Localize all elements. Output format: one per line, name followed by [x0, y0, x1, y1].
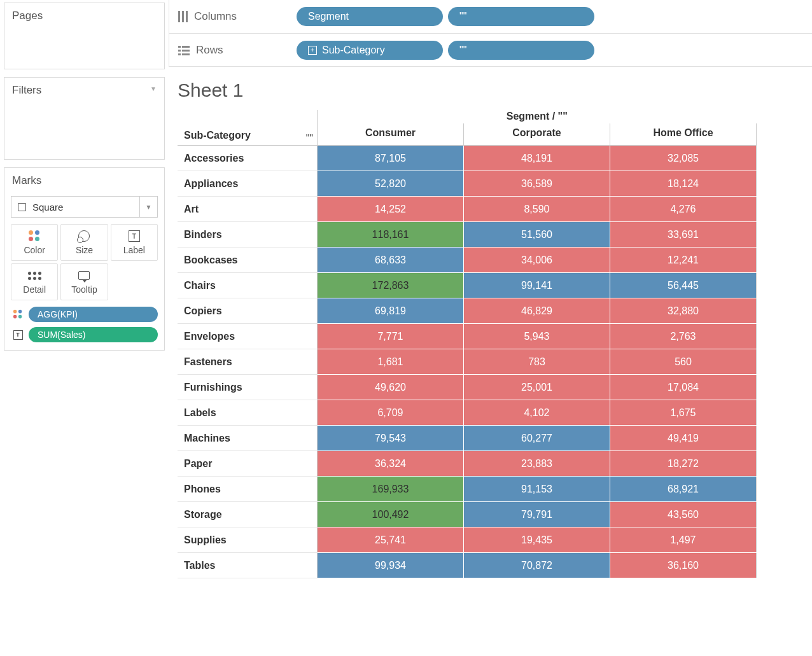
- columns-shelf[interactable]: Columns Segment "": [169, 0, 812, 33]
- data-cell[interactable]: 34,006: [464, 248, 610, 273]
- subcategory-pill[interactable]: +Sub-Category: [297, 41, 443, 60]
- col-header-corporate[interactable]: Corporate: [464, 123, 610, 146]
- data-cell[interactable]: 19,435: [464, 527, 610, 553]
- data-cell[interactable]: 14,252: [318, 197, 464, 222]
- data-cell[interactable]: 79,543: [318, 426, 464, 451]
- detail-card[interactable]: Detail: [11, 263, 58, 300]
- data-cell[interactable]: 51,560: [464, 222, 610, 248]
- data-cell[interactable]: 70,872: [464, 553, 610, 578]
- columns-blank-pill[interactable]: "": [448, 7, 594, 26]
- rows-label: Rows: [196, 44, 223, 57]
- row-header[interactable]: Bookcases: [178, 248, 318, 273]
- chevron-down-icon[interactable]: ▼: [139, 197, 157, 217]
- data-cell[interactable]: 7,771: [318, 324, 464, 349]
- color-pill-row: AGG(KPI): [4, 305, 164, 323]
- data-cell[interactable]: 1,497: [610, 527, 757, 553]
- data-cell[interactable]: 56,445: [610, 273, 757, 298]
- data-cell[interactable]: 49,419: [610, 426, 757, 451]
- color-card[interactable]: Color: [11, 224, 58, 261]
- rows-shelf[interactable]: Rows +Sub-Category "": [169, 33, 812, 66]
- data-cell[interactable]: 33,691: [610, 222, 757, 248]
- data-cell[interactable]: 36,324: [318, 451, 464, 477]
- data-cell[interactable]: 1,675: [610, 400, 757, 426]
- kpi-pill[interactable]: AGG(KPI): [29, 307, 158, 322]
- crosstab[interactable]: Segment / "" Sub-Category "" Consumer Co…: [178, 110, 757, 578]
- row-header[interactable]: Binders: [178, 222, 318, 248]
- row-header[interactable]: Furnishings: [178, 375, 318, 400]
- data-cell[interactable]: 169,933: [318, 477, 464, 502]
- tooltip-card[interactable]: Tooltip: [60, 263, 108, 300]
- data-cell[interactable]: 783: [464, 349, 610, 375]
- mark-type-select[interactable]: Square ▼: [11, 196, 158, 218]
- row-header[interactable]: Accessories: [178, 146, 318, 171]
- segment-pill[interactable]: Segment: [297, 7, 443, 26]
- row-header[interactable]: Labels: [178, 400, 318, 426]
- data-cell[interactable]: 48,191: [464, 146, 610, 171]
- data-cell[interactable]: 99,934: [318, 553, 464, 578]
- sheet-title[interactable]: Sheet 1: [178, 80, 808, 101]
- data-cell[interactable]: 4,276: [610, 197, 757, 222]
- row-header[interactable]: Supplies: [178, 527, 318, 553]
- chevron-down-icon[interactable]: ▼: [150, 85, 157, 92]
- data-cell[interactable]: 69,819: [318, 298, 464, 324]
- data-cell[interactable]: 18,124: [610, 171, 757, 197]
- data-cell[interactable]: 25,741: [318, 527, 464, 553]
- row-dim-header[interactable]: Sub-Category: [178, 123, 299, 146]
- data-cell[interactable]: 100,492: [318, 502, 464, 527]
- pages-shelf[interactable]: Pages: [4, 3, 165, 69]
- data-cell[interactable]: 32,085: [610, 146, 757, 171]
- data-cell[interactable]: 5,943: [464, 324, 610, 349]
- data-cell[interactable]: 43,560: [610, 502, 757, 527]
- data-cell[interactable]: 87,105: [318, 146, 464, 171]
- row-header[interactable]: Appliances: [178, 171, 318, 197]
- data-cell[interactable]: 1,681: [318, 349, 464, 375]
- data-cell[interactable]: 99,141: [464, 273, 610, 298]
- data-cell[interactable]: 23,883: [464, 451, 610, 477]
- col-header-home[interactable]: Home Office: [610, 123, 757, 146]
- columns-icon: [178, 11, 188, 22]
- data-cell[interactable]: 8,590: [464, 197, 610, 222]
- data-cell[interactable]: 560: [610, 349, 757, 375]
- data-cell[interactable]: 17,084: [610, 375, 757, 400]
- row-header[interactable]: Tables: [178, 553, 318, 578]
- row-header[interactable]: Fasteners: [178, 349, 318, 375]
- sales-pill[interactable]: SUM(Sales): [29, 327, 158, 342]
- color-icon: [13, 310, 22, 319]
- row-header[interactable]: Paper: [178, 451, 318, 477]
- row-header[interactable]: Art: [178, 197, 318, 222]
- row-header[interactable]: Phones: [178, 477, 318, 502]
- data-cell[interactable]: 25,001: [464, 375, 610, 400]
- row-header[interactable]: Storage: [178, 502, 318, 527]
- label-card[interactable]: T Label: [111, 224, 158, 261]
- row-header[interactable]: Chairs: [178, 273, 318, 298]
- size-card[interactable]: Size: [60, 224, 108, 261]
- data-cell[interactable]: 49,620: [318, 375, 464, 400]
- data-cell[interactable]: 18,272: [610, 451, 757, 477]
- size-label: Size: [64, 245, 104, 255]
- data-cell[interactable]: 172,863: [318, 273, 464, 298]
- data-cell[interactable]: 46,829: [464, 298, 610, 324]
- filters-shelf[interactable]: Filters ▼: [4, 77, 165, 160]
- rows-blank-pill[interactable]: "": [448, 41, 594, 60]
- viz-area: Sheet 1 Segment / "" Sub-Category "" Con…: [169, 67, 812, 656]
- data-cell[interactable]: 4,102: [464, 400, 610, 426]
- row-header[interactable]: Machines: [178, 426, 318, 451]
- row-header[interactable]: Envelopes: [178, 324, 318, 349]
- data-cell[interactable]: 6,709: [318, 400, 464, 426]
- data-cell[interactable]: 36,589: [464, 171, 610, 197]
- data-cell[interactable]: 68,921: [610, 477, 757, 502]
- col-header-consumer[interactable]: Consumer: [318, 123, 464, 146]
- data-cell[interactable]: 2,763: [610, 324, 757, 349]
- data-cell[interactable]: 79,791: [464, 502, 610, 527]
- shelves: Columns Segment "" Rows +Sub-Category "": [169, 0, 812, 67]
- row-header[interactable]: Copiers: [178, 298, 318, 324]
- data-cell[interactable]: 32,880: [610, 298, 757, 324]
- data-cell[interactable]: 91,153: [464, 477, 610, 502]
- data-cell[interactable]: 118,161: [318, 222, 464, 248]
- data-cell[interactable]: 52,820: [318, 171, 464, 197]
- data-cell[interactable]: 36,160: [610, 553, 757, 578]
- data-cell[interactable]: 60,277: [464, 426, 610, 451]
- row-quotes-header[interactable]: "": [299, 123, 318, 146]
- data-cell[interactable]: 68,633: [318, 248, 464, 273]
- data-cell[interactable]: 12,241: [610, 248, 757, 273]
